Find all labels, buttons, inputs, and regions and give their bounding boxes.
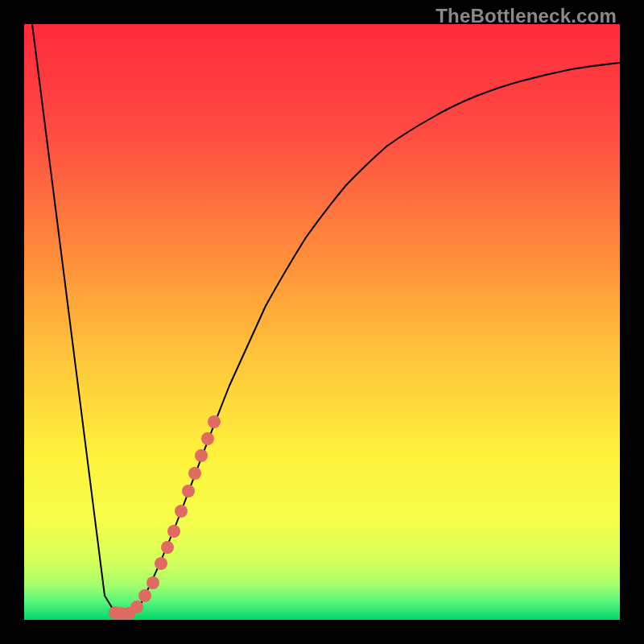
- svg-point-7: [155, 557, 167, 570]
- svg-point-12: [188, 467, 201, 480]
- svg-point-9: [167, 525, 180, 538]
- bottleneck-curve: [32, 24, 620, 617]
- svg-point-10: [175, 505, 188, 518]
- svg-point-13: [195, 449, 208, 462]
- svg-point-4: [130, 601, 143, 613]
- svg-point-15: [208, 415, 221, 428]
- svg-point-8: [161, 541, 174, 554]
- highlight-dots: [109, 415, 221, 620]
- svg-point-14: [201, 432, 214, 445]
- plot-area: [24, 24, 620, 620]
- svg-point-6: [147, 576, 159, 589]
- plot-overlay: [24, 24, 620, 620]
- svg-point-5: [138, 589, 151, 602]
- svg-point-11: [182, 485, 195, 497]
